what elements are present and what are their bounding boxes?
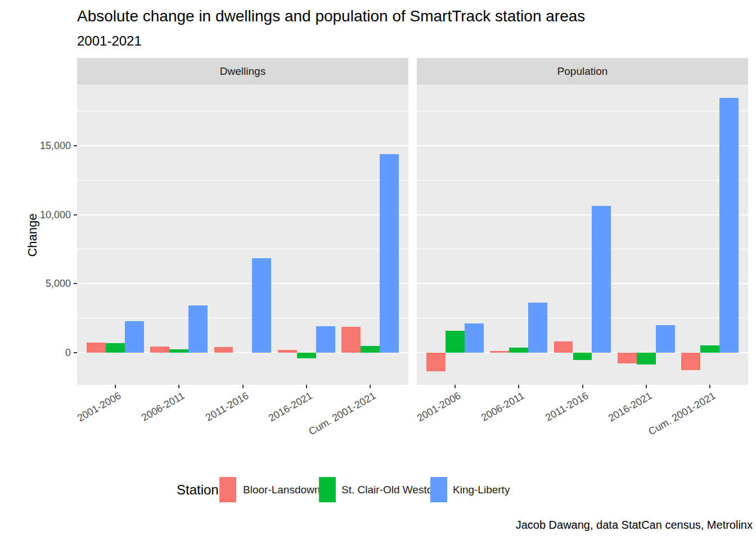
bar-king-liberty xyxy=(380,154,399,353)
gridline-major xyxy=(77,283,408,284)
bar-bloor-lansdowne xyxy=(87,343,106,353)
facet-strip-population: Population xyxy=(417,58,748,84)
bar-king-liberty xyxy=(528,303,547,353)
legend-key-swatch xyxy=(430,477,447,502)
x-tick-mark xyxy=(646,385,647,388)
bar-king-liberty xyxy=(592,206,611,353)
x-tick-mark xyxy=(178,385,179,388)
bar-bloor-lansdowne xyxy=(490,351,509,353)
x-tick-mark xyxy=(454,385,456,388)
bar-bloor-lansdowne xyxy=(341,327,361,353)
bar-king-liberty xyxy=(465,323,484,353)
bar-bloor-lansdowne xyxy=(150,346,169,353)
bar-bloor-lansdowne xyxy=(618,353,637,363)
bar-king-liberty xyxy=(719,98,739,353)
y-tick-label: 10,000 xyxy=(15,210,71,220)
legend-key-swatch xyxy=(319,477,336,502)
bar-king-liberty xyxy=(125,321,144,353)
legend-label: King-Liberty xyxy=(453,484,510,496)
bar-st-clair-old-weston xyxy=(361,346,380,353)
bar-bloor-lansdowne xyxy=(278,350,297,353)
x-tick-label: 2006-2011 xyxy=(74,390,187,461)
bar-king-liberty xyxy=(656,325,675,353)
bar-bloor-lansdowne xyxy=(554,341,573,353)
bar-st-clair-old-weston xyxy=(700,345,719,353)
x-tick-mark xyxy=(709,385,710,388)
bar-st-clair-old-weston xyxy=(106,343,125,353)
x-tick-label: Cum. 2001-2021 xyxy=(266,390,378,461)
y-tick-label: 0 xyxy=(15,348,71,358)
x-tick-label: 2001-2006 xyxy=(350,390,462,461)
gridline-minor xyxy=(77,111,408,111)
y-tick-label: 15,000 xyxy=(15,141,71,151)
legend-title: Station xyxy=(177,482,219,498)
gridline-minor xyxy=(77,249,408,249)
gridline-major xyxy=(77,214,408,215)
gridline-major xyxy=(77,145,408,146)
x-tick-mark xyxy=(582,385,583,388)
legend-label: Bloor-Lansdowne xyxy=(243,484,326,496)
chart-subtitle: 2001-2021 xyxy=(77,33,142,49)
x-tick-label: 2011-2016 xyxy=(138,390,250,461)
facet-panel-population xyxy=(417,84,748,385)
bar-king-liberty xyxy=(188,305,208,353)
gridline-minor xyxy=(417,318,748,318)
facet-strip-label: Population xyxy=(557,65,608,78)
x-tick-mark xyxy=(306,385,307,388)
bar-st-clair-old-weston xyxy=(297,353,316,358)
gridline-minor xyxy=(77,318,408,318)
bar-st-clair-old-weston xyxy=(573,353,592,360)
x-tick-mark xyxy=(518,385,519,388)
bar-st-clair-old-weston xyxy=(509,348,528,353)
bar-king-liberty xyxy=(316,326,335,353)
x-tick-mark xyxy=(370,385,371,388)
x-tick-mark xyxy=(115,385,116,388)
x-tick-label: Cum. 2001-2021 xyxy=(605,390,718,461)
bar-st-clair-old-weston xyxy=(169,349,188,353)
y-axis-title: Change xyxy=(25,207,40,263)
legend-label: St. Clair-Old Weston xyxy=(341,484,439,496)
chart-caption: Jacob Dawang, data StatCan census, Metro… xyxy=(303,519,753,532)
bar-st-clair-old-weston xyxy=(446,331,465,353)
gridline-minor xyxy=(417,111,748,111)
bar-bloor-lansdowne xyxy=(426,353,446,371)
legend: Station Bloor-LansdowneSt. Clair-Old Wes… xyxy=(0,474,756,507)
gridline-minor xyxy=(417,180,748,181)
bar-st-clair-old-weston xyxy=(637,353,656,364)
facet-panel-dwellings xyxy=(77,84,408,385)
facet-strip-label: Dwellings xyxy=(220,65,266,78)
facet-strip-dwellings: Dwellings xyxy=(77,58,408,84)
bar-king-liberty xyxy=(252,258,271,353)
x-tick-label: 2011-2016 xyxy=(478,390,590,461)
y-tick-label: 5,000 xyxy=(15,278,71,289)
x-tick-label: 2001-2006 xyxy=(10,390,123,461)
gridline-major xyxy=(417,214,748,215)
x-tick-label: 2016-2021 xyxy=(541,390,654,461)
gridline-minor xyxy=(77,180,408,181)
x-tick-label: 2016-2021 xyxy=(201,390,314,461)
gridline-major xyxy=(417,283,748,284)
x-tick-label: 2006-2011 xyxy=(414,390,526,461)
chart-title: Absolute change in dwellings and populat… xyxy=(77,7,585,25)
legend-key-swatch xyxy=(219,477,236,502)
bar-bloor-lansdowne xyxy=(681,353,700,370)
gridline-minor xyxy=(417,249,748,249)
x-tick-mark xyxy=(242,385,244,388)
bar-bloor-lansdowne xyxy=(214,347,233,353)
gridline-major xyxy=(417,145,748,146)
